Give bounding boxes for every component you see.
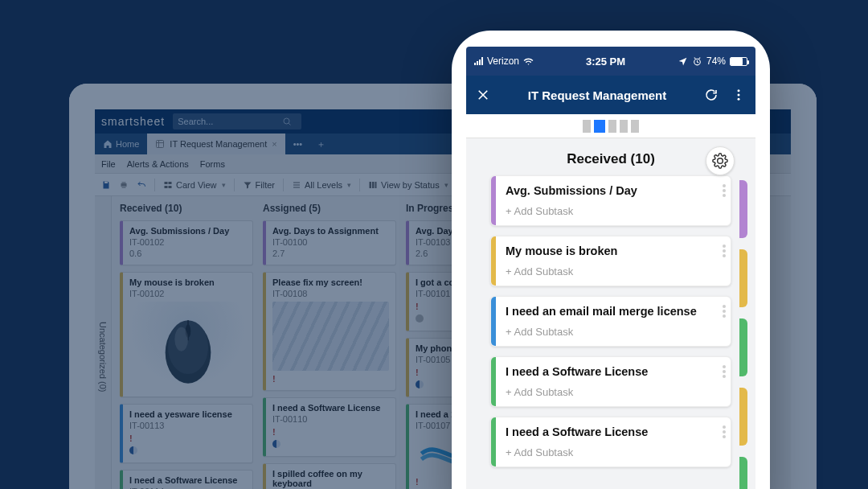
card-view-button[interactable]: Card View▾ bbox=[163, 180, 226, 190]
page-dot-active[interactable] bbox=[594, 120, 605, 133]
status-dot bbox=[416, 314, 424, 323]
add-subtask-button[interactable]: + Add Subtask bbox=[506, 386, 724, 398]
alert-icon: ! bbox=[272, 427, 389, 437]
menu-alerts[interactable]: Alerts & Actions bbox=[127, 159, 189, 169]
levels-button[interactable]: All Levels▾ bbox=[292, 180, 351, 190]
save-icon[interactable] bbox=[101, 180, 111, 190]
home-icon bbox=[103, 139, 113, 149]
svg-line-1 bbox=[289, 123, 291, 125]
mouse-image bbox=[129, 302, 246, 390]
kanban-card[interactable]: I need a Software LicenseIT-00110! bbox=[263, 397, 396, 457]
svg-rect-8 bbox=[122, 186, 126, 188]
toolbar-separator bbox=[283, 179, 284, 191]
svg-rect-2 bbox=[157, 141, 164, 148]
undo-icon[interactable] bbox=[137, 180, 146, 190]
sheet-icon bbox=[155, 139, 165, 149]
status-right: 74% bbox=[678, 55, 747, 67]
close-icon[interactable] bbox=[476, 88, 490, 102]
card-overflow-icon[interactable] bbox=[723, 244, 726, 257]
add-subtask-button[interactable]: + Add Subtask bbox=[506, 205, 724, 217]
card-overflow-icon[interactable] bbox=[723, 425, 726, 438]
card-overflow-icon[interactable] bbox=[723, 184, 726, 197]
add-subtask-button[interactable]: + Add Subtask bbox=[506, 326, 724, 338]
mobile-card-title: I need a Software License bbox=[506, 425, 724, 438]
filter-button[interactable]: Filter bbox=[243, 180, 275, 190]
card-id: IT-00102 bbox=[129, 289, 246, 298]
search-icon bbox=[282, 117, 292, 126]
menu-file[interactable]: File bbox=[101, 159, 116, 169]
mobile-card[interactable]: I need a Software License + Add Subtask bbox=[490, 356, 731, 407]
svg-point-0 bbox=[284, 118, 289, 124]
page-dot[interactable] bbox=[631, 120, 639, 133]
tab-close-icon[interactable]: × bbox=[272, 139, 276, 149]
search-input-wrap[interactable] bbox=[173, 113, 301, 129]
kanban-card[interactable]: I spilled coffee on my keyboardIT-00114 bbox=[263, 463, 396, 489]
mobile-column-title: Received (10) bbox=[567, 151, 655, 167]
header-actions bbox=[704, 88, 746, 102]
peek-card[interactable] bbox=[739, 388, 747, 446]
kanban-card[interactable]: I need a Software LicenseIT-00114 bbox=[120, 470, 253, 489]
svg-point-27 bbox=[738, 94, 740, 97]
status-bar: Verizon 3:25 PM 74% bbox=[466, 47, 755, 76]
gear-icon bbox=[712, 153, 728, 169]
peek-card[interactable] bbox=[739, 318, 747, 376]
tab-overflow[interactable]: ••• bbox=[285, 139, 311, 149]
card-title: I spilled coffee on my keyboard bbox=[272, 469, 389, 488]
phone-screen: Verizon 3:25 PM 74% IT Request Managemen… bbox=[466, 47, 755, 489]
column-settings-button[interactable] bbox=[706, 146, 735, 175]
mobile-board[interactable]: Received (10) Avg. Submissions / Day + A… bbox=[466, 138, 755, 489]
toolbar-separator bbox=[359, 179, 360, 191]
battery-percent: 74% bbox=[706, 55, 726, 67]
card-overflow-icon[interactable] bbox=[723, 365, 726, 378]
uncategorized-column[interactable]: Uncategorized (0) bbox=[95, 196, 112, 489]
card-overflow-icon[interactable] bbox=[723, 305, 726, 318]
tab-active[interactable]: IT Request Management × bbox=[147, 134, 285, 154]
kanban-card[interactable]: Please fix my screen!IT-00108! bbox=[263, 272, 396, 391]
mobile-card[interactable]: My mouse is broken + Add Subtask bbox=[490, 236, 731, 286]
peek-card[interactable] bbox=[739, 249, 747, 307]
tab-home-label: Home bbox=[116, 139, 139, 149]
kanban-card[interactable]: Avg. Submissions / DayIT-001020.6 bbox=[120, 220, 253, 265]
peek-card[interactable] bbox=[739, 180, 747, 238]
phone-device-frame: Verizon 3:25 PM 74% IT Request Managemen… bbox=[452, 31, 770, 489]
filter-icon bbox=[243, 180, 252, 190]
alert-icon: ! bbox=[272, 374, 389, 384]
add-subtask-button[interactable]: + Add Subtask bbox=[506, 265, 724, 277]
card-view-label: Card View bbox=[176, 180, 217, 190]
progress-pie-icon bbox=[129, 446, 137, 454]
mobile-card[interactable]: I need an email mail merge license + Add… bbox=[490, 296, 731, 347]
mobile-card[interactable]: I need a Software License + Add Subtask bbox=[490, 417, 731, 467]
tab-home[interactable]: Home bbox=[95, 134, 147, 154]
card-title: I need a Software License bbox=[129, 475, 246, 485]
peek-card[interactable] bbox=[739, 457, 747, 489]
svg-point-24 bbox=[174, 327, 188, 351]
refresh-icon[interactable] bbox=[704, 88, 719, 102]
page-dot[interactable] bbox=[583, 120, 591, 133]
card-id: IT-00108 bbox=[272, 289, 389, 298]
page-dot[interactable] bbox=[608, 120, 616, 133]
card-id: IT-00100 bbox=[272, 237, 389, 247]
status-time: 3:25 PM bbox=[586, 55, 625, 68]
tab-new[interactable]: ＋ bbox=[310, 138, 332, 150]
kanban-card[interactable]: My mouse is brokenIT-00102 bbox=[120, 272, 253, 397]
status-left: Verizon bbox=[474, 55, 534, 67]
search-input[interactable] bbox=[178, 117, 282, 126]
add-subtask-button[interactable]: + Add Subtask bbox=[506, 446, 724, 458]
levels-label: All Levels bbox=[305, 180, 342, 190]
kanban-card[interactable]: I need a yesware licenseIT-00113! bbox=[120, 404, 253, 463]
next-column-peek[interactable] bbox=[739, 180, 747, 489]
print-icon[interactable] bbox=[119, 180, 129, 190]
card-view-icon bbox=[163, 180, 173, 190]
location-icon bbox=[678, 56, 688, 67]
overflow-icon[interactable] bbox=[731, 88, 746, 102]
column-title: Assigned (5) bbox=[263, 203, 396, 214]
brand-logo: smartsheet bbox=[101, 115, 165, 128]
mobile-card[interactable]: Avg. Submissions / Day + Add Subtask bbox=[490, 175, 731, 226]
page-dot[interactable] bbox=[620, 120, 628, 133]
kanban-card[interactable]: Avg. Days to AssignmentIT-001002.7 bbox=[263, 220, 396, 265]
view-by-button[interactable]: View by Status▾ bbox=[368, 180, 448, 190]
svg-rect-11 bbox=[165, 186, 168, 188]
menu-forms[interactable]: Forms bbox=[200, 159, 225, 169]
card-value: 2.7 bbox=[272, 249, 389, 258]
mobile-column-header: Received (10) bbox=[490, 146, 731, 175]
